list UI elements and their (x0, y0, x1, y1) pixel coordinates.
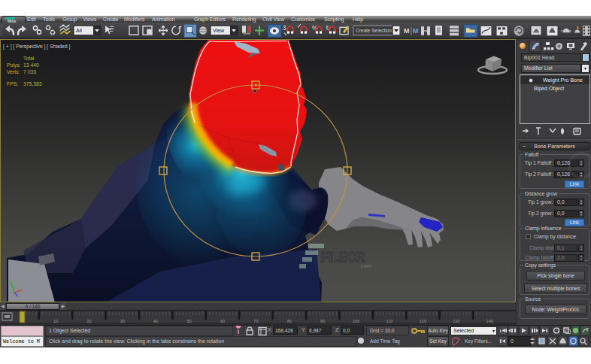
svg-text:Verts:: Verts: (7, 69, 20, 74)
svg-text:M: M (404, 26, 410, 34)
svg-text:120: 120 (420, 319, 426, 323)
svg-text:7 033: 7 033 (23, 69, 36, 74)
svg-text:375,383: 375,383 (23, 81, 42, 86)
svg-text:.com: .com (359, 262, 371, 269)
svg-text:50: 50 (186, 319, 191, 323)
svg-text:FILECR: FILECR (321, 250, 365, 265)
svg-text:0: 0 (511, 338, 514, 344)
svg-text:90: 90 (320, 319, 325, 323)
svg-text:Polys:: Polys: (7, 62, 21, 68)
svg-text:140: 140 (486, 319, 493, 323)
svg-text:60: 60 (220, 319, 225, 323)
svg-text:All: All (76, 28, 82, 34)
svg-text:FPS:: FPS: (7, 81, 18, 86)
svg-text:View: View (213, 28, 225, 34)
svg-text:40: 40 (153, 319, 158, 323)
svg-text:3: 3 (283, 25, 286, 32)
svg-text:80: 80 (287, 319, 292, 323)
svg-text:20: 20 (86, 319, 91, 323)
svg-text:110: 110 (386, 319, 393, 323)
svg-text:70: 70 (253, 319, 258, 323)
svg-text:100: 100 (353, 319, 359, 323)
svg-text:13 440: 13 440 (23, 62, 39, 68)
svg-text:[ + ] [ Perspective ] [ Shaded: [ + ] [ Perspective ] [ Shaded ] (3, 44, 70, 50)
svg-text:30: 30 (120, 319, 125, 323)
svg-text:10: 10 (53, 319, 58, 323)
svg-text:130: 130 (453, 319, 459, 323)
svg-text:Total: Total (23, 56, 35, 61)
svg-text:M: M (413, 26, 419, 34)
